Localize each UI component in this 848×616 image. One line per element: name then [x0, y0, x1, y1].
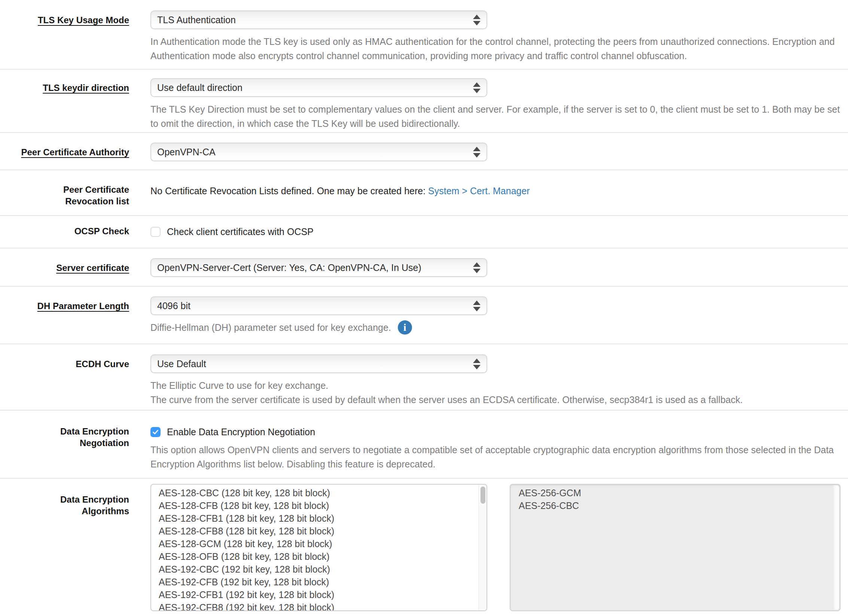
peer-certificate-authority-label: Peer Certificate Authority	[0, 143, 129, 161]
ocsp-check-checkbox-label: Check client certificates with OCSP	[167, 225, 314, 238]
info-icon[interactable]: i	[398, 320, 412, 335]
select-stepper-icon	[473, 15, 481, 25]
crl-status-text: No Certificate Revocation Lists defined.…	[150, 184, 845, 198]
server-certificate-value: OpenVPN-Server-Cert (Server: Yes, CA: Op…	[157, 262, 469, 273]
form-row-server-certificate: Server certificate OpenVPN-Server-Cert (…	[0, 248, 848, 287]
tls-keydir-direction-value: Use default direction	[157, 82, 469, 93]
selected-list-scrollbar-track	[833, 485, 839, 610]
dh-parameter-length-select[interactable]: 4096 bit	[150, 296, 487, 315]
peer-certificate-authority-select[interactable]: OpenVPN-CA	[150, 143, 487, 161]
tls-keydir-direction-label: TLS keydir direction	[0, 78, 129, 131]
data-encryption-negotiation-description: This option allows OpenVPN clients and s…	[150, 443, 845, 471]
form-row-dh-parameter-length: DH Parameter Length 4096 bit Diffie-Hell…	[0, 287, 848, 344]
form-row-tls-keydir-direction: TLS keydir direction Use default directi…	[0, 70, 848, 133]
form-row-ocsp-check: OCSP Check Check client certificates wit…	[0, 216, 848, 248]
form-row-peer-certificate-revocation-list: Peer Certificate Revocation list No Cert…	[0, 170, 848, 216]
algorithm-option[interactable]: AES-192-CFB1 (192 bit key, 128 bit block…	[151, 588, 486, 601]
select-stepper-icon	[473, 82, 481, 93]
ecdh-curve-select[interactable]: Use Default	[150, 354, 487, 373]
ecdh-curve-description: The Elliptic Curve to use for key exchan…	[150, 378, 845, 407]
peer-certificate-authority-value: OpenVPN-CA	[157, 147, 469, 158]
algorithm-option[interactable]: AES-128-CFB1 (128 bit key, 128 bit block…	[151, 512, 486, 525]
tls-keydir-direction-select[interactable]: Use default direction	[150, 78, 487, 97]
dh-parameter-length-label: DH Parameter Length	[0, 296, 129, 335]
algorithm-option[interactable]: AES-128-CFB8 (128 bit key, 128 bit block…	[151, 525, 486, 537]
ecdh-curve-label: ECDH Curve	[0, 354, 129, 407]
selected-algorithm-option[interactable]: AES-256-GCM	[510, 487, 840, 499]
form-row-data-encryption-algorithms: Data Encryption Algorithms AES-128-CBC (…	[0, 479, 848, 611]
algorithm-option[interactable]: AES-128-CFB (128 bit key, 128 bit block)	[151, 499, 486, 512]
tls-key-usage-mode-value: TLS Authentication	[157, 15, 469, 25]
selected-algorithm-option[interactable]: AES-256-CBC	[510, 499, 840, 512]
select-stepper-icon	[473, 359, 481, 369]
ecdh-curve-value: Use Default	[157, 359, 469, 369]
form-row-tls-key-usage-mode: TLS Key Usage Mode TLS Authentication In…	[0, 0, 848, 70]
form-row-peer-certificate-authority: Peer Certificate Authority OpenVPN-CA	[0, 133, 848, 170]
select-stepper-icon	[473, 301, 481, 311]
ocsp-check-checkbox[interactable]	[150, 227, 161, 237]
checkmark-icon	[152, 429, 159, 436]
server-certificate-label: Server certificate	[0, 258, 129, 277]
algorithm-option[interactable]: AES-128-GCM (128 bit key, 128 bit block)	[151, 537, 486, 550]
data-encryption-algorithms-label: Data Encryption Algorithms	[0, 484, 129, 611]
algorithm-option[interactable]: AES-192-CFB (192 bit key, 128 bit block)	[151, 576, 486, 588]
server-certificate-select[interactable]: OpenVPN-Server-Cert (Server: Yes, CA: Op…	[150, 258, 487, 277]
ocsp-check-label: OCSP Check	[0, 225, 129, 238]
cert-manager-link[interactable]: System > Cert. Manager	[428, 186, 530, 196]
algorithm-option[interactable]: AES-128-CBC (128 bit key, 128 bit block)	[151, 487, 486, 499]
data-encryption-algorithms-available-list[interactable]: AES-128-CBC (128 bit key, 128 bit block)…	[150, 484, 487, 611]
select-stepper-icon	[473, 147, 481, 158]
tls-key-usage-mode-select[interactable]: TLS Authentication	[150, 10, 487, 29]
tls-key-usage-mode-label: TLS Key Usage Mode	[0, 10, 129, 63]
select-stepper-icon	[473, 262, 481, 273]
data-encryption-negotiation-label: Data Encryption Negotiation	[0, 426, 129, 471]
dh-parameter-length-value: 4096 bit	[157, 301, 469, 311]
algorithm-option[interactable]: AES-192-CBC (192 bit key, 128 bit block)	[151, 563, 486, 576]
tls-key-usage-mode-description: In Authentication mode the TLS key is us…	[150, 34, 845, 63]
algorithm-option[interactable]: AES-128-OFB (128 bit key, 128 bit block)	[151, 550, 486, 563]
openvpn-server-settings-form: TLS Key Usage Mode TLS Authentication In…	[0, 0, 848, 611]
data-encryption-algorithms-selected-list[interactable]: AES-256-GCMAES-256-CBC	[510, 484, 841, 611]
form-row-data-encryption-negotiation: Data Encryption Negotiation Enable Data …	[0, 411, 848, 479]
tls-keydir-direction-description: The TLS Key Direction must be set to com…	[150, 102, 845, 131]
dh-parameter-length-description: Diffie-Hellman (DH) parameter set used f…	[150, 320, 391, 335]
list-scrollbar-thumb[interactable]	[481, 487, 485, 504]
form-row-ecdh-curve: ECDH Curve Use Default The Elliptic Curv…	[0, 344, 848, 411]
peer-certificate-revocation-list-label: Peer Certificate Revocation list	[0, 184, 129, 211]
list-scrollbar-track[interactable]	[478, 485, 486, 610]
data-encryption-negotiation-checkbox-label: Enable Data Encryption Negotiation	[167, 426, 315, 438]
data-encryption-negotiation-checkbox[interactable]	[150, 427, 161, 437]
algorithm-option[interactable]: AES-192-CFB8 (192 bit key, 128 bit block…	[151, 601, 486, 611]
